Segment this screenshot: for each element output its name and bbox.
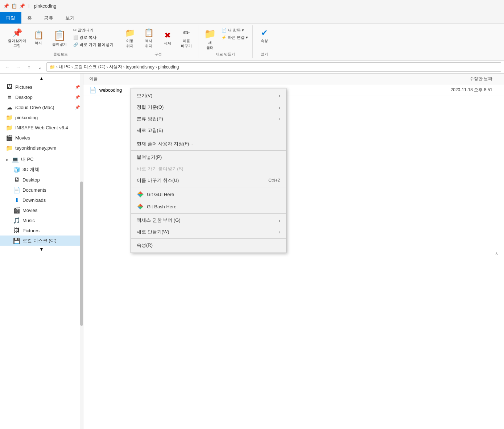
desktop2-icon: 🖥 — [13, 176, 20, 183]
back-button[interactable]: ← — [3, 63, 12, 71]
sidebar-item-documents[interactable]: 📄 Documents — [0, 185, 83, 195]
git-gui-icon — [137, 191, 144, 198]
quick-access-button[interactable]: ⚡ 빠른 연결 ▾ — [220, 34, 249, 41]
tab-view[interactable]: 보기 — [59, 12, 81, 24]
sidebar-item-music[interactable]: 🎵 Music — [0, 215, 83, 225]
sidebar-label-movies2: Movies — [22, 208, 37, 213]
ribbon-section-clipboard: 📌 즐겨찾기에고정 📋 복사 📋 붙여넣기 ✂ 잘라내기 ⬜ 경로 복사 🔗 바… — [6, 27, 115, 49]
sidebar-item-mypc[interactable]: ▶ 💻 내 PC — [0, 154, 83, 164]
inisafe-icon: 📁 — [6, 124, 13, 131]
sidebar-label-inisafe: INISAFE Web Client v6.4 — [15, 125, 68, 130]
copy-button[interactable]: 📋 복사 — [30, 27, 47, 49]
rename-button[interactable]: ✏ 이름바꾸기 — [178, 27, 195, 50]
properties-button[interactable]: ✔ 속성 — [256, 27, 273, 45]
copy-to-button[interactable]: 📋 복사위치 — [140, 27, 157, 50]
ctx-view[interactable]: 보기(V) › — [131, 90, 286, 101]
sidebar-item-movies2[interactable]: 🎬 Movies — [0, 205, 83, 215]
ctx-git-bash[interactable]: Git Bash Here — [131, 200, 286, 213]
ctx-group-arrow: › — [279, 116, 280, 122]
path-disk[interactable]: 로컬 디스크 (C:) — [74, 64, 106, 70]
new-folder-icon: 📁 — [204, 28, 216, 39]
dropdown-button[interactable]: ⌄ — [36, 63, 44, 71]
sidebar-label-pictures2: Pictures — [22, 228, 40, 233]
path-current[interactable]: pinkcoding — [158, 64, 179, 70]
address-path[interactable]: 📁 › 내 PC › 로컬 디스크 (C:) › 사용자 › teyonkind… — [46, 62, 501, 72]
movies2-icon: 🎬 — [13, 207, 20, 214]
sidebar-item-desktop2[interactable]: 🖥 Desktop — [0, 175, 83, 185]
sidebar-scrollbar-thumb — [80, 182, 83, 326]
column-name-header: 이름 — [89, 76, 433, 82]
ctx-access-label: 액세스 권한 부여 (G) — [137, 217, 181, 224]
pin-icon-2: 📌 — [19, 3, 25, 9]
ctx-access[interactable]: 액세스 권한 부여 (G) › — [131, 214, 286, 226]
ctx-sort[interactable]: 정렬 기준(O) › — [131, 101, 286, 113]
sidebar-label-desktop2: Desktop — [22, 177, 40, 183]
copy-path-button[interactable]: ⬜ 경로 복사 — [72, 34, 115, 41]
pin-to-favorites-button[interactable]: 📌 즐겨찾기에고정 — [6, 27, 28, 49]
up-button[interactable]: ↑ — [25, 63, 33, 71]
file-date-webcoding: 2020-11-18 오후 8:51 — [433, 87, 498, 93]
ctx-group[interactable]: 분류 방법(P) › — [131, 113, 286, 125]
ctx-customize[interactable]: 현재 폴더 사용자 지정(F)... — [131, 138, 286, 150]
sidebar-item-icloud[interactable]: ☁ iCloud Drive (Mac) 📌 — [0, 102, 83, 112]
ctx-view-arrow: › — [279, 93, 280, 99]
paste-shortcut-button[interactable]: 🔗 바로 가기 붙여넣기 — [72, 41, 115, 48]
sidebar-item-pictures[interactable]: 🖼 Pictures 📌 — [0, 82, 83, 92]
cut-button[interactable]: ✂ 잘라내기 — [72, 27, 115, 34]
localdisk-icon: 💾 — [13, 237, 20, 244]
sidebar-item-pvm[interactable]: 📁 teyonkindisney.pvm — [0, 143, 83, 153]
music-icon: 🎵 — [13, 217, 20, 224]
pinkcoding-folder-icon: 📁 — [6, 114, 13, 121]
ctx-properties[interactable]: 속성(R) — [131, 240, 286, 251]
move-to-button[interactable]: 📁 이동위치 — [121, 27, 139, 50]
ctx-undo-rename-label: 이름 바꾸기 취소(U) — [137, 177, 179, 184]
scroll-down-button[interactable]: ▼ — [0, 246, 83, 253]
ctx-git-gui[interactable]: Git GUI Here — [131, 188, 286, 200]
ctx-git-gui-label: Git GUI Here — [147, 192, 174, 197]
documents-icon: 📄 — [13, 187, 20, 193]
ctx-refresh-label: 새로 고침(E) — [137, 127, 163, 134]
path-users[interactable]: 사용자 — [109, 64, 122, 70]
sidebar-item-pictures2[interactable]: 🖼 Pictures — [0, 225, 83, 236]
path-folder-icon: 📁 — [50, 64, 55, 70]
ctx-refresh[interactable]: 새로 고침(E) — [131, 125, 286, 136]
sidebar-item-3d[interactable]: 🧊 3D 개체 — [0, 164, 83, 175]
scroll-up-button[interactable]: ▲ — [0, 75, 83, 82]
ctx-paste[interactable]: 붙여넣기(P) — [131, 151, 286, 163]
sidebar-item-pinkcoding[interactable]: 📁 pinkcoding — [0, 112, 83, 122]
properties-icon: ✔ — [261, 28, 268, 38]
path-pc[interactable]: 내 PC — [59, 64, 70, 70]
ctx-paste-shortcut-label: 바로 가기 붙여넣기(S) — [137, 166, 183, 172]
ctx-undo-rename[interactable]: 이름 바꾸기 취소(U) Ctrl+Z — [131, 175, 286, 186]
downloads-icon: ⬇ — [13, 197, 20, 204]
new-label: 새로 만들기 — [216, 52, 235, 57]
sidebar-item-movies[interactable]: 🎬 Movies — [0, 133, 83, 143]
tab-share[interactable]: 공유 — [38, 12, 59, 24]
sidebar-item-desktop[interactable]: 🖥 Desktop 📌 — [0, 92, 83, 102]
mypc-icon: 💻 — [12, 156, 19, 163]
tab-file[interactable]: 파일 — [0, 12, 21, 24]
sidebar-label-3d: 3D 개체 — [22, 166, 39, 173]
ribbon-section-organize: 📁 이동위치 📋 복사위치 ✖ 삭제 ✏ 이름바꾸기 — [121, 27, 195, 50]
new-item-button[interactable]: 📄 새 항목 ▾ — [220, 27, 249, 34]
delete-button[interactable]: ✖ 삭제 — [159, 27, 176, 50]
sidebar-label-icloud: iCloud Drive (Mac) — [15, 105, 54, 110]
sidebar-item-downloads[interactable]: ⬇ Downloads — [0, 195, 83, 205]
path-user[interactable]: teyonkindisney — [126, 64, 154, 70]
new-small-buttons: 📄 새 항목 ▾ ⚡ 빠른 연결 ▾ — [220, 27, 249, 52]
content-area: 이름 ∧ 수정한 날짜 📄 webcoding 2020-11-18 오후 8:… — [83, 74, 504, 429]
sidebar-scrollbar[interactable] — [80, 74, 83, 429]
sidebar-item-inisafe[interactable]: 📁 INISAFE Web Client v6.4 — [0, 122, 83, 133]
tab-home[interactable]: 홈 — [21, 12, 38, 24]
paste-button[interactable]: 📋 붙여넣기 — [49, 28, 70, 49]
address-bar: ← → ↑ ⌄ 📁 › 내 PC › 로컬 디스크 (C:) › 사용자 › t… — [0, 61, 504, 74]
rename-icon: ✏ — [183, 28, 190, 38]
sidebar-label-movies: Movies — [15, 135, 30, 141]
sidebar-label-documents: Documents — [22, 187, 46, 193]
sidebar-item-localdisk[interactable]: 💾 로컬 디스크 (C:) — [0, 236, 83, 246]
sidebar-label-desktop: Desktop — [15, 95, 33, 100]
sidebar-label-downloads: Downloads — [22, 197, 46, 203]
new-folder-button[interactable]: 📁 새폴더 — [201, 27, 219, 52]
forward-button[interactable]: → — [14, 63, 22, 71]
ctx-new[interactable]: 새로 만들기(W) › — [131, 226, 286, 238]
